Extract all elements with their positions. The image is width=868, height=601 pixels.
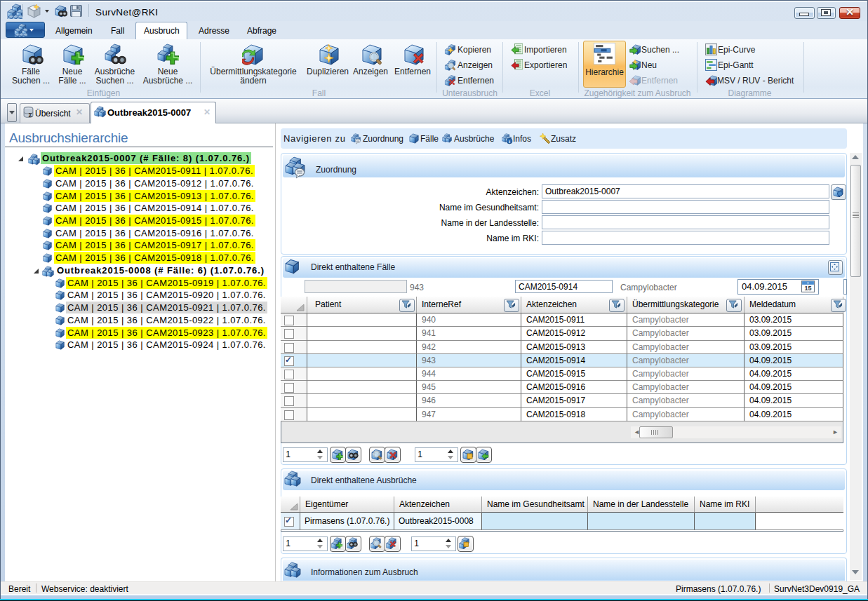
svg-text:i: i	[509, 139, 510, 144]
svg-text:Σ: Σ	[29, 111, 33, 119]
